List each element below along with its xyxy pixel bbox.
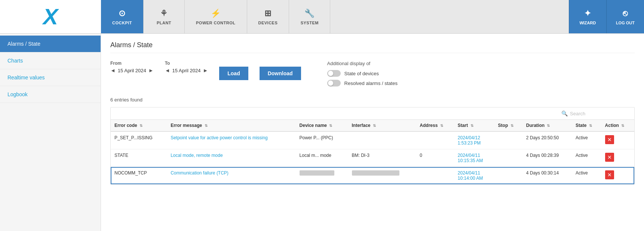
row-1-stop xyxy=(494,149,522,167)
col-stop: Stop ⇅ xyxy=(494,120,522,131)
to-next-arrow[interactable]: ► xyxy=(203,67,208,73)
load-button[interactable]: Load xyxy=(219,67,248,80)
sort-icon-address[interactable]: ⇅ xyxy=(440,124,443,128)
plant-icon: ⚘ xyxy=(160,9,168,18)
sort-icon-start[interactable]: ⇅ xyxy=(470,124,473,128)
search-row: 🔍 xyxy=(111,107,634,120)
from-prev-arrow[interactable]: ◄ xyxy=(110,67,116,73)
nav-tab-devices[interactable]: ⊞ DEVICES xyxy=(247,0,289,33)
delete-row-2-button[interactable]: ✕ xyxy=(605,170,614,179)
additional-display-title: Additional display of xyxy=(327,61,398,66)
sort-icon-action[interactable]: ⇅ xyxy=(621,124,624,128)
power-control-icon: ⚡ xyxy=(211,9,221,18)
main-layout: Alarms / StateChartsRealtime valuesLogbo… xyxy=(0,34,644,231)
alarms-table: Error code ⇅Error message ⇅Device name ⇅… xyxy=(111,120,634,184)
search-input[interactable] xyxy=(570,111,630,116)
sidebar-item-alarms-state[interactable]: Alarms / State xyxy=(0,36,101,52)
row-1-interface: BM: DI-3 xyxy=(348,149,416,167)
row-2-interface: ███████████████ xyxy=(348,167,416,185)
logout-icon: ⎋ xyxy=(623,9,628,18)
logo-area: X xyxy=(0,0,101,33)
top-nav: X ⊙ COCKPIT⚘ PLANT⚡ POWER CONTROL⊞ DEVIC… xyxy=(0,0,644,34)
table-header: Error code ⇅Error message ⇅Device name ⇅… xyxy=(111,120,634,131)
to-date-value: 15 April 2024 xyxy=(172,68,200,73)
row-1-address: 0 xyxy=(416,149,454,167)
state-of-devices-toggle-row: State of devices xyxy=(327,70,398,77)
from-filter: From ◄ 15 April 2024 ► xyxy=(110,61,154,73)
to-date-nav: ◄ 15 April 2024 ► xyxy=(165,67,208,73)
to-filter: To ◄ 15 April 2024 ► xyxy=(165,61,208,73)
sidebar-item-realtime-values[interactable]: Realtime values xyxy=(0,69,101,86)
row-1-state: Active xyxy=(572,149,601,167)
nav-tabs: ⊙ COCKPIT⚘ PLANT⚡ POWER CONTROL⊞ DEVICES… xyxy=(101,0,569,33)
sidebar-item-charts[interactable]: Charts xyxy=(0,52,101,69)
row-0-device_name: Power P... (PPC) xyxy=(296,131,348,149)
row-2-device_name: ███████████ xyxy=(296,167,348,185)
logout-label: LOG OUT xyxy=(616,21,635,25)
cockpit-icon: ⊙ xyxy=(119,9,126,18)
blurred-device: ███████████ xyxy=(300,170,335,176)
table-header-row: Error code ⇅Error message ⇅Device name ⇅… xyxy=(111,120,634,131)
row-0-stop xyxy=(494,131,522,149)
download-button[interactable]: Download xyxy=(260,67,301,80)
from-date-nav: ◄ 15 April 2024 ► xyxy=(110,67,154,73)
sidebar-item-logbook[interactable]: Logbook xyxy=(0,86,101,103)
nav-tab-power-control[interactable]: ⚡ POWER CONTROL xyxy=(185,0,247,33)
table-row[interactable]: STATELocal mode, remote modeLocal m... m… xyxy=(111,149,634,167)
nav-btn-wizard[interactable]: ✦ WIZARD xyxy=(569,0,606,33)
to-prev-arrow[interactable]: ◄ xyxy=(165,67,170,73)
state-of-devices-toggle[interactable] xyxy=(327,70,341,77)
sidebar: Alarms / StateChartsRealtime valuesLogbo… xyxy=(0,34,101,231)
row-1-duration: 4 Days 00:28:39 xyxy=(522,149,572,167)
to-label: To xyxy=(165,61,208,66)
sort-icon-state[interactable]: ⇅ xyxy=(589,124,592,128)
system-icon: 🔧 xyxy=(304,9,315,18)
table-row[interactable]: P_SET_P...ISSINGSetpoint value for activ… xyxy=(111,131,634,149)
delete-row-0-button[interactable]: ✕ xyxy=(605,135,614,144)
entries-count: 6 entries found xyxy=(110,97,635,103)
nav-tab-cockpit[interactable]: ⊙ COCKPIT xyxy=(101,0,144,33)
col-action: Action ⇅ xyxy=(601,120,634,131)
sort-icon-device_name[interactable]: ⇅ xyxy=(329,124,332,128)
col-start: Start ⇅ xyxy=(454,120,494,131)
row-0-error_code: P_SET_P...ISSING xyxy=(111,131,167,149)
plant-label: PLANT xyxy=(157,21,171,25)
sort-icon-interface[interactable]: ⇅ xyxy=(373,124,376,128)
row-0-action: ✕ xyxy=(601,131,634,149)
resolved-alarms-toggle[interactable] xyxy=(327,80,341,86)
table-row[interactable]: NOCOMM_TCPCommunication failure (TCP)███… xyxy=(111,167,634,185)
system-label: SYSTEM xyxy=(301,21,319,25)
row-1-error_code: STATE xyxy=(111,149,167,167)
sort-icon-stop[interactable]: ⇅ xyxy=(510,124,513,128)
row-1-action: ✕ xyxy=(601,149,634,167)
power-control-label: POWER CONTROL xyxy=(196,21,236,25)
wizard-icon: ✦ xyxy=(584,9,591,18)
row-2-duration: 4 Days 00:30:14 xyxy=(522,167,572,185)
col-error_message: Error message ⇅ xyxy=(167,120,295,131)
delete-row-1-button[interactable]: ✕ xyxy=(605,153,614,162)
nav-tab-system[interactable]: 🔧 SYSTEM xyxy=(289,0,330,33)
col-duration: Duration ⇅ xyxy=(522,120,572,131)
row-0-state: Active xyxy=(572,131,601,149)
nav-right-buttons: ✦ WIZARD⎋ LOG OUT xyxy=(569,0,644,33)
sort-icon-error_message[interactable]: ⇅ xyxy=(205,124,208,128)
page-title: Alarms / State xyxy=(110,41,635,53)
row-0-interface xyxy=(348,131,416,149)
from-next-arrow[interactable]: ► xyxy=(148,67,154,73)
row-2-error_code: NOCOMM_TCP xyxy=(111,167,167,185)
col-device_name: Device name ⇅ xyxy=(296,120,348,131)
nav-tab-plant[interactable]: ⚘ PLANT xyxy=(144,0,185,33)
row-2-address xyxy=(416,167,454,185)
sort-icon-duration[interactable]: ⇅ xyxy=(547,124,550,128)
nav-btn-logout[interactable]: ⎋ LOG OUT xyxy=(606,0,644,33)
sort-icon-error_code[interactable]: ⇅ xyxy=(139,124,142,128)
devices-icon: ⊞ xyxy=(264,9,272,18)
wizard-label: WIZARD xyxy=(579,21,596,25)
row-0-duration: 2 Days 20:50:50 xyxy=(522,131,572,149)
blurred-interface: ███████████████ xyxy=(352,170,400,176)
row-1-error_message: Local mode, remote mode xyxy=(167,149,295,167)
row-0-address xyxy=(416,131,454,149)
devices-label: DEVICES xyxy=(258,21,278,25)
table-container: 🔍 Error code ⇅Error message ⇅Device name… xyxy=(110,107,635,185)
col-error_code: Error code ⇅ xyxy=(111,120,167,131)
